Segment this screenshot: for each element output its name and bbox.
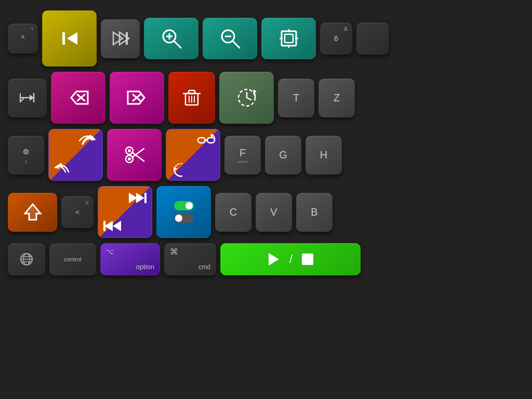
svg-rect-4: [126, 32, 128, 45]
key-play-stop[interactable]: /: [220, 243, 361, 275]
svg-rect-72: [302, 254, 313, 265]
link-rotate-icon: [197, 134, 216, 148]
key-paste-rotate[interactable]: [166, 129, 220, 181]
toggle-on: [174, 201, 194, 210]
redo-icon: [78, 134, 98, 148]
toggle-off-thumb: [175, 215, 182, 222]
svg-rect-0: [62, 32, 65, 45]
key-zoom-out[interactable]: [203, 18, 257, 59]
key-extra-r1[interactable]: [356, 22, 389, 55]
row-2: T Z: [5, 72, 527, 124]
key-zoom-in[interactable]: [144, 18, 198, 59]
key-g[interactable]: G: [265, 136, 301, 175]
svg-line-38: [247, 98, 251, 100]
stop-icon: [301, 252, 314, 266]
skip-back-icon: [59, 28, 80, 49]
svg-line-12: [233, 41, 240, 48]
svg-marker-63: [113, 221, 121, 231]
toggle-container: [174, 201, 194, 223]
key-gt-label: >: [86, 200, 89, 206]
key-history[interactable]: [219, 72, 274, 124]
svg-point-52: [128, 149, 131, 152]
divider-slash: /: [289, 252, 292, 266]
key-fit-screen[interactable]: [261, 18, 316, 59]
svg-marker-64: [104, 221, 113, 231]
key-z-label: Z: [334, 92, 340, 104]
key-v-label: V: [270, 206, 277, 218]
svg-point-41: [25, 151, 27, 153]
row-3: ⇧: [5, 129, 527, 181]
key-cmd[interactable]: ⌘ cmd: [164, 243, 216, 275]
keyboard: ° ^: [0, 0, 532, 399]
svg-marker-59: [25, 204, 41, 220]
key-v[interactable]: V: [256, 193, 292, 232]
row-5: control ⌥ option ⌘ cmd /: [5, 243, 527, 275]
key-h-label: H: [320, 149, 327, 161]
fast-forward-icon: [128, 191, 148, 205]
key-g-label: G: [279, 149, 287, 161]
key-arrow-up[interactable]: ° ^: [8, 23, 38, 54]
key-tab[interactable]: [8, 78, 47, 117]
key-control[interactable]: control: [49, 243, 96, 275]
svg-rect-65: [103, 221, 105, 231]
key-label-6: 6: [334, 34, 338, 43]
key-f[interactable]: F: [224, 136, 261, 175]
tab-arrow-icon: [18, 88, 37, 107]
key-b[interactable]: B: [296, 193, 332, 232]
fit-screen-icon: [277, 27, 300, 50]
key-next-track[interactable]: [101, 19, 140, 58]
svg-rect-32: [189, 90, 195, 94]
key-f-label: F: [240, 147, 246, 159]
svg-rect-13: [282, 31, 296, 46]
key-shift-left[interactable]: [8, 193, 57, 232]
key-cmd-icon: ⌘: [170, 247, 178, 257]
rewind-icon: [102, 219, 122, 233]
globe-icon: [19, 252, 34, 267]
key-prev-track[interactable]: [42, 10, 97, 66]
toggle-off: [174, 214, 194, 223]
rotate-ccw-icon: [170, 162, 186, 177]
key-lt-gt[interactable]: > <: [61, 196, 94, 228]
key-label-degree: °: [31, 27, 33, 33]
key-lt-label: <: [75, 208, 79, 216]
key-cmd-label: cmd: [198, 263, 210, 271]
key-ff-rr[interactable]: [98, 186, 152, 238]
svg-rect-53: [198, 138, 205, 143]
key-redo-undo[interactable]: [48, 129, 103, 181]
svg-point-51: [128, 157, 131, 161]
svg-rect-62: [144, 193, 147, 203]
svg-marker-60: [129, 193, 137, 203]
key-z[interactable]: Z: [318, 78, 355, 117]
key-delete-left[interactable]: [51, 72, 105, 124]
key-t[interactable]: T: [278, 78, 314, 117]
svg-marker-71: [269, 253, 279, 265]
key-label-amp: &: [344, 26, 348, 32]
x-left-icon: [67, 86, 90, 109]
key-t-label: T: [293, 92, 299, 104]
key-trash[interactable]: [168, 72, 215, 124]
svg-line-8: [174, 41, 181, 48]
caps-dot-icon: [20, 145, 32, 158]
key-c-label: C: [230, 206, 237, 218]
key-toggles[interactable]: [156, 186, 211, 238]
undo-icon: [53, 162, 73, 176]
key-delete-right[interactable]: [110, 72, 164, 124]
key-label-caret: ^: [21, 34, 25, 43]
key-option[interactable]: ⌥ option: [100, 243, 160, 275]
zoom-in-icon: [160, 27, 183, 50]
key-cut[interactable]: [107, 129, 162, 181]
skip-forward-outline-icon: [111, 29, 130, 48]
key-globe[interactable]: [8, 243, 45, 275]
key-amp-6[interactable]: & 6: [320, 22, 352, 55]
svg-marker-1: [67, 32, 77, 45]
key-caps-lock[interactable]: ⇧: [8, 136, 44, 175]
zoom-out-icon: [219, 27, 242, 50]
svg-point-9: [169, 36, 170, 37]
svg-rect-14: [285, 34, 293, 43]
svg-rect-54: [207, 138, 215, 143]
key-c[interactable]: C: [215, 193, 251, 232]
row-4: > <: [5, 186, 527, 238]
key-h[interactable]: H: [305, 136, 342, 175]
caps-label: ⇧: [24, 159, 28, 165]
scissors-icon: [123, 143, 146, 166]
